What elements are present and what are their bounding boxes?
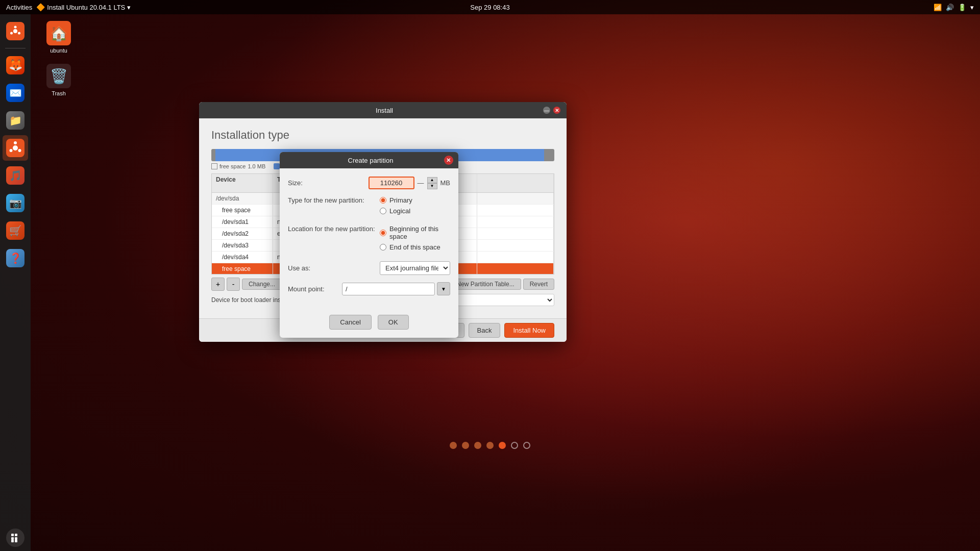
type-label: Type for the new partition: [288, 196, 380, 204]
mount-point-label: Mount point: [288, 285, 342, 293]
create-partition-dialog: Create partition ✕ Size: — ▲ ▼ MB [280, 152, 458, 338]
logical-radio-row: Logical [380, 207, 450, 215]
size-unit-label: MB [440, 179, 451, 187]
beginning-radio-row: Beginning of this space [380, 225, 450, 240]
end-radio[interactable] [380, 244, 386, 251]
location-options: Beginning of this space End of this spac… [380, 225, 450, 254]
beginning-radio[interactable] [380, 230, 386, 236]
end-radio-row: End of this space [380, 243, 450, 251]
size-input[interactable] [369, 177, 414, 189]
size-value-container: — ▲ ▼ MB [369, 177, 451, 189]
mount-point-input[interactable] [342, 283, 435, 295]
size-label: Size: [288, 179, 369, 187]
dialog-close-button[interactable]: ✕ [444, 156, 453, 165]
size-spinner: ▲ ▼ [427, 177, 437, 189]
dialog-titlebar: Create partition ✕ [280, 152, 458, 168]
logical-radio[interactable] [380, 208, 386, 214]
use-as-row: Use as: Ext4 journaling file system [288, 261, 450, 275]
use-as-select[interactable]: Ext4 journaling file system [380, 261, 450, 275]
size-increment-button[interactable]: ▲ [427, 177, 437, 183]
dialog-footer: Cancel OK [280, 311, 458, 338]
cancel-button[interactable]: Cancel [329, 315, 371, 330]
primary-label: Primary [389, 196, 412, 204]
primary-radio[interactable] [380, 197, 386, 204]
mount-point-value: ▼ [342, 282, 450, 295]
location-row: Location for the new partition: Beginnin… [288, 225, 450, 254]
logical-label: Logical [389, 207, 410, 215]
beginning-label: Beginning of this space [389, 225, 450, 240]
dialog-overlay: Create partition ✕ Size: — ▲ ▼ MB [0, 0, 980, 551]
primary-radio-row: Primary [380, 196, 450, 204]
size-dash: — [418, 179, 424, 187]
mount-point-dropdown-button[interactable]: ▼ [437, 282, 450, 295]
use-as-value: Ext4 journaling file system [380, 261, 450, 275]
size-decrement-button[interactable]: ▼ [427, 183, 437, 189]
dialog-content: Size: — ▲ ▼ MB Type for the new partiti [280, 168, 458, 311]
size-row: Size: — ▲ ▼ MB [288, 177, 450, 189]
type-options: Primary Logical [380, 196, 450, 218]
mount-point-row: Mount point: ▼ [288, 282, 450, 295]
dialog-title: Create partition [348, 157, 394, 164]
type-row: Type for the new partition: Primary Logi… [288, 196, 450, 218]
ok-button[interactable]: OK [378, 315, 409, 330]
use-as-label: Use as: [288, 264, 380, 272]
end-label: End of this space [389, 243, 440, 251]
location-label: Location for the new partition: [288, 225, 380, 233]
